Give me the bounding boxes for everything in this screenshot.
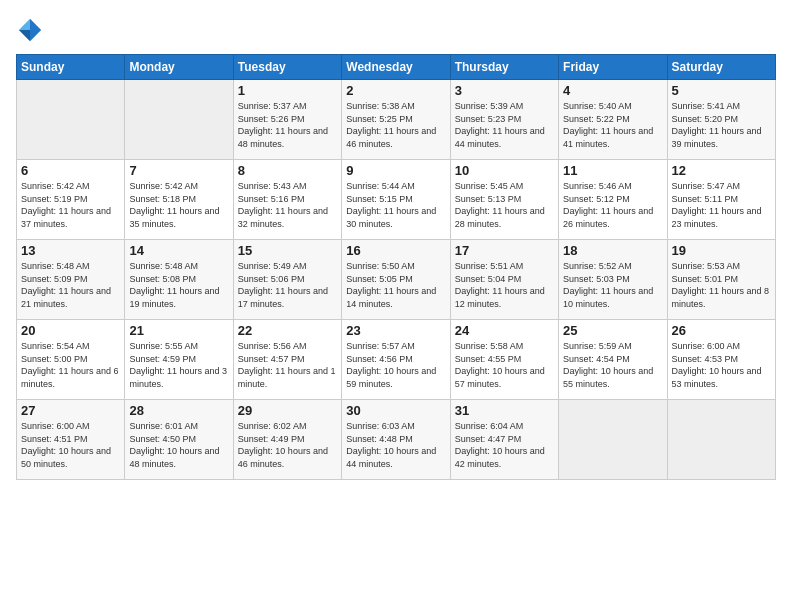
- day-info: Sunrise: 6:01 AM Sunset: 4:50 PM Dayligh…: [129, 420, 228, 470]
- calendar-table: SundayMondayTuesdayWednesdayThursdayFrid…: [16, 54, 776, 480]
- calendar-week-row: 1Sunrise: 5:37 AM Sunset: 5:26 PM Daylig…: [17, 80, 776, 160]
- day-info: Sunrise: 5:50 AM Sunset: 5:05 PM Dayligh…: [346, 260, 445, 310]
- day-info: Sunrise: 6:00 AM Sunset: 4:53 PM Dayligh…: [672, 340, 771, 390]
- calendar-cell: 15Sunrise: 5:49 AM Sunset: 5:06 PM Dayli…: [233, 240, 341, 320]
- day-info: Sunrise: 5:49 AM Sunset: 5:06 PM Dayligh…: [238, 260, 337, 310]
- day-of-week-header: Wednesday: [342, 55, 450, 80]
- calendar-cell: 18Sunrise: 5:52 AM Sunset: 5:03 PM Dayli…: [559, 240, 667, 320]
- day-number: 20: [21, 323, 120, 338]
- calendar-week-row: 6Sunrise: 5:42 AM Sunset: 5:19 PM Daylig…: [17, 160, 776, 240]
- day-number: 8: [238, 163, 337, 178]
- day-info: Sunrise: 6:02 AM Sunset: 4:49 PM Dayligh…: [238, 420, 337, 470]
- calendar-cell: 19Sunrise: 5:53 AM Sunset: 5:01 PM Dayli…: [667, 240, 775, 320]
- day-number: 11: [563, 163, 662, 178]
- day-number: 5: [672, 83, 771, 98]
- day-of-week-header: Monday: [125, 55, 233, 80]
- day-info: Sunrise: 6:03 AM Sunset: 4:48 PM Dayligh…: [346, 420, 445, 470]
- day-info: Sunrise: 5:41 AM Sunset: 5:20 PM Dayligh…: [672, 100, 771, 150]
- day-info: Sunrise: 5:48 AM Sunset: 5:08 PM Dayligh…: [129, 260, 228, 310]
- calendar-cell: 13Sunrise: 5:48 AM Sunset: 5:09 PM Dayli…: [17, 240, 125, 320]
- day-info: Sunrise: 5:46 AM Sunset: 5:12 PM Dayligh…: [563, 180, 662, 230]
- calendar-cell: 25Sunrise: 5:59 AM Sunset: 4:54 PM Dayli…: [559, 320, 667, 400]
- day-info: Sunrise: 5:40 AM Sunset: 5:22 PM Dayligh…: [563, 100, 662, 150]
- day-number: 18: [563, 243, 662, 258]
- calendar-cell: 10Sunrise: 5:45 AM Sunset: 5:13 PM Dayli…: [450, 160, 558, 240]
- day-number: 22: [238, 323, 337, 338]
- day-of-week-header: Saturday: [667, 55, 775, 80]
- day-info: Sunrise: 5:56 AM Sunset: 4:57 PM Dayligh…: [238, 340, 337, 390]
- calendar-cell: [17, 80, 125, 160]
- day-number: 10: [455, 163, 554, 178]
- calendar-cell: 17Sunrise: 5:51 AM Sunset: 5:04 PM Dayli…: [450, 240, 558, 320]
- svg-marker-1: [19, 19, 30, 30]
- day-info: Sunrise: 5:54 AM Sunset: 5:00 PM Dayligh…: [21, 340, 120, 390]
- calendar-body: 1Sunrise: 5:37 AM Sunset: 5:26 PM Daylig…: [17, 80, 776, 480]
- calendar-cell: [559, 400, 667, 480]
- day-number: 26: [672, 323, 771, 338]
- calendar-cell: 12Sunrise: 5:47 AM Sunset: 5:11 PM Dayli…: [667, 160, 775, 240]
- calendar-container: SundayMondayTuesdayWednesdayThursdayFrid…: [0, 0, 792, 488]
- day-number: 24: [455, 323, 554, 338]
- calendar-cell: 5Sunrise: 5:41 AM Sunset: 5:20 PM Daylig…: [667, 80, 775, 160]
- day-of-week-header: Sunday: [17, 55, 125, 80]
- day-number: 16: [346, 243, 445, 258]
- calendar-week-row: 27Sunrise: 6:00 AM Sunset: 4:51 PM Dayli…: [17, 400, 776, 480]
- calendar-cell: 8Sunrise: 5:43 AM Sunset: 5:16 PM Daylig…: [233, 160, 341, 240]
- calendar-cell: 26Sunrise: 6:00 AM Sunset: 4:53 PM Dayli…: [667, 320, 775, 400]
- calendar-cell: 11Sunrise: 5:46 AM Sunset: 5:12 PM Dayli…: [559, 160, 667, 240]
- day-number: 12: [672, 163, 771, 178]
- day-info: Sunrise: 5:55 AM Sunset: 4:59 PM Dayligh…: [129, 340, 228, 390]
- svg-marker-0: [30, 19, 41, 30]
- calendar-cell: 2Sunrise: 5:38 AM Sunset: 5:25 PM Daylig…: [342, 80, 450, 160]
- day-number: 7: [129, 163, 228, 178]
- day-number: 6: [21, 163, 120, 178]
- day-info: Sunrise: 5:44 AM Sunset: 5:15 PM Dayligh…: [346, 180, 445, 230]
- day-of-week-header: Thursday: [450, 55, 558, 80]
- day-number: 30: [346, 403, 445, 418]
- day-number: 21: [129, 323, 228, 338]
- day-info: Sunrise: 5:58 AM Sunset: 4:55 PM Dayligh…: [455, 340, 554, 390]
- calendar-cell: 9Sunrise: 5:44 AM Sunset: 5:15 PM Daylig…: [342, 160, 450, 240]
- svg-marker-2: [19, 30, 30, 41]
- day-info: Sunrise: 5:37 AM Sunset: 5:26 PM Dayligh…: [238, 100, 337, 150]
- day-number: 15: [238, 243, 337, 258]
- calendar-cell: 30Sunrise: 6:03 AM Sunset: 4:48 PM Dayli…: [342, 400, 450, 480]
- calendar-cell: 24Sunrise: 5:58 AM Sunset: 4:55 PM Dayli…: [450, 320, 558, 400]
- calendar-cell: 1Sunrise: 5:37 AM Sunset: 5:26 PM Daylig…: [233, 80, 341, 160]
- calendar-week-row: 13Sunrise: 5:48 AM Sunset: 5:09 PM Dayli…: [17, 240, 776, 320]
- calendar-cell: 31Sunrise: 6:04 AM Sunset: 4:47 PM Dayli…: [450, 400, 558, 480]
- day-of-week-header: Tuesday: [233, 55, 341, 80]
- header: [16, 16, 776, 44]
- calendar-cell: [667, 400, 775, 480]
- day-info: Sunrise: 5:39 AM Sunset: 5:23 PM Dayligh…: [455, 100, 554, 150]
- calendar-cell: 3Sunrise: 5:39 AM Sunset: 5:23 PM Daylig…: [450, 80, 558, 160]
- day-number: 3: [455, 83, 554, 98]
- day-info: Sunrise: 5:51 AM Sunset: 5:04 PM Dayligh…: [455, 260, 554, 310]
- day-number: 25: [563, 323, 662, 338]
- calendar-cell: 6Sunrise: 5:42 AM Sunset: 5:19 PM Daylig…: [17, 160, 125, 240]
- day-number: 14: [129, 243, 228, 258]
- day-info: Sunrise: 5:52 AM Sunset: 5:03 PM Dayligh…: [563, 260, 662, 310]
- day-number: 1: [238, 83, 337, 98]
- day-number: 17: [455, 243, 554, 258]
- day-info: Sunrise: 5:42 AM Sunset: 5:18 PM Dayligh…: [129, 180, 228, 230]
- day-of-week-header: Friday: [559, 55, 667, 80]
- calendar-cell: 14Sunrise: 5:48 AM Sunset: 5:08 PM Dayli…: [125, 240, 233, 320]
- day-number: 28: [129, 403, 228, 418]
- calendar-header: SundayMondayTuesdayWednesdayThursdayFrid…: [17, 55, 776, 80]
- day-number: 29: [238, 403, 337, 418]
- logo: [16, 16, 46, 44]
- day-number: 2: [346, 83, 445, 98]
- day-number: 27: [21, 403, 120, 418]
- day-number: 4: [563, 83, 662, 98]
- calendar-cell: [125, 80, 233, 160]
- day-info: Sunrise: 5:48 AM Sunset: 5:09 PM Dayligh…: [21, 260, 120, 310]
- calendar-cell: 4Sunrise: 5:40 AM Sunset: 5:22 PM Daylig…: [559, 80, 667, 160]
- calendar-cell: 22Sunrise: 5:56 AM Sunset: 4:57 PM Dayli…: [233, 320, 341, 400]
- calendar-cell: 29Sunrise: 6:02 AM Sunset: 4:49 PM Dayli…: [233, 400, 341, 480]
- day-info: Sunrise: 6:04 AM Sunset: 4:47 PM Dayligh…: [455, 420, 554, 470]
- day-info: Sunrise: 5:38 AM Sunset: 5:25 PM Dayligh…: [346, 100, 445, 150]
- day-number: 9: [346, 163, 445, 178]
- calendar-cell: 23Sunrise: 5:57 AM Sunset: 4:56 PM Dayli…: [342, 320, 450, 400]
- day-info: Sunrise: 5:57 AM Sunset: 4:56 PM Dayligh…: [346, 340, 445, 390]
